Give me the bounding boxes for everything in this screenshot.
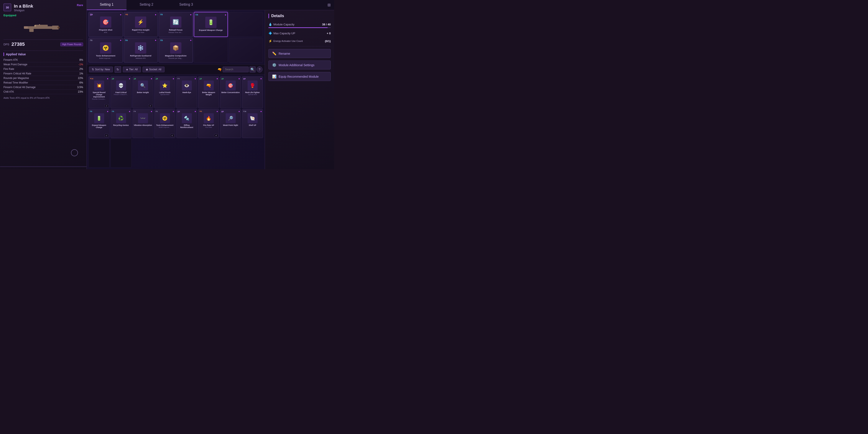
search-input[interactable] <box>223 67 249 72</box>
module-type: Reload Time Mo… <box>168 31 183 33</box>
inventory-module-card[interactable]: Γ4 ◆ 〰️ Vibration Absorption <box>132 109 153 138</box>
inv-tier: |||6 <box>243 78 246 80</box>
module-tier: ©6 <box>125 39 128 41</box>
module-top-row: ✕5 ◆ <box>125 13 156 16</box>
module-socket: ◆ <box>190 39 191 41</box>
inv-icon: 👁️ <box>182 81 192 91</box>
weapon-rarity: Rare <box>77 3 83 7</box>
inv-top-row: △6 ◆ <box>221 78 240 80</box>
equipped-module-card <box>194 38 228 63</box>
module-tier: ©5 <box>160 13 163 16</box>
inventory-module-card[interactable]: Γ6 ◆ ☣️ Toxic Enhancement Bullet Improve… <box>154 109 175 138</box>
equipped-module-card[interactable]: |||6 ◆ 🎯 Pinpoint Shot ATK <box>89 12 123 37</box>
stats-list: Firearm ATK 8% Weak Point Damage -1% Fir… <box>3 58 83 94</box>
weapon-image <box>3 19 83 36</box>
tab-setting3[interactable]: Setting 3 <box>166 0 206 10</box>
inv-socket: ◆ <box>107 78 108 80</box>
inventory-module-card[interactable]: Γ4 ◆ 👁️ Hawk-Eye <box>176 76 197 108</box>
inv-icon: 🔩 <box>182 113 192 123</box>
content-area: |||6 ◆ 🎯 Pinpoint Shot ATK ✕5 ◆ ⚡ Rapid … <box>87 10 334 169</box>
inv-type: Firearm Critical H… <box>114 94 128 95</box>
capacity-bar-fill <box>269 27 328 28</box>
tier-filter-button[interactable]: ◈ Tier: All <box>123 67 141 72</box>
stat-row: Firearm ATK 8% <box>3 58 83 62</box>
equip-recommended-button[interactable]: 📊 Equip Recommended Module <box>269 72 331 81</box>
stat-value: -1% <box>79 63 83 66</box>
equipped-module-card[interactable]: ✕5 ◆ ⚡ Rapid Fire Insight Fire Rate <box>124 12 158 37</box>
inventory-module-card[interactable]: Γ16 ◆ 🐚 Shell UP <box>242 109 263 138</box>
svg-rect-0 <box>24 26 54 29</box>
stat-name: Firearm ATK <box>3 58 18 61</box>
equipped-module-card[interactable]: ©5 ◆ 🔋 Expand Weapon Charge <box>194 12 228 37</box>
help-button[interactable]: ? <box>256 66 262 72</box>
inventory-module-card[interactable]: ✕5 ◆ 🔥 Fire Rate UP Fire Rate x5 <box>198 109 219 138</box>
inv-top-row: |||6 ◆ <box>221 111 240 113</box>
refresh-button[interactable]: ↻ <box>115 66 121 73</box>
inv-socket: ◆ <box>217 111 218 113</box>
inventory-module-card[interactable]: △6 ◆ ⭐ Lethal Finish Special Mod <box>154 76 175 108</box>
module-icon: 📦 <box>170 42 181 54</box>
equipped-module-card[interactable]: Γ6 ◆ ☣️ Toxic Enhancement Bullet Improve… <box>89 38 123 63</box>
stat-row: Fire Rate 2% <box>3 67 83 71</box>
inv-name: Special Round Charge Improvement <box>90 91 108 98</box>
inv-socket: ◆ <box>129 111 130 113</box>
inventory-section: ⇅ Sort by: New ↻ ◈ Tier: All ◉ Socket: A… <box>87 64 265 169</box>
equipped-module-card[interactable]: ©5 ◆ 📦 Magazine Compulsive Rounds per Ma… <box>159 38 193 63</box>
inv-icon: 🔫 <box>204 81 214 91</box>
equipped-module-card[interactable]: ©6 ◆ ❄️ Refrigerate Gunbarrel Attribute … <box>124 38 158 63</box>
module-top-row: ©5 ◆ <box>195 14 226 16</box>
inventory-module-card[interactable]: ©5 ◆ ♻️ Recycling Genius <box>111 109 131 138</box>
grid-view-icon[interactable]: ⊞ <box>324 0 334 10</box>
module-capacity-label: Module Capacity <box>273 23 294 26</box>
inventory-module-card[interactable]: △6 ◆ 🔍 Better Insight x4 <box>132 76 153 108</box>
inv-socket: ◆ <box>239 78 240 80</box>
inventory-module-card[interactable]: △6 ◆ 💀 Fatal Critical Firearm Critical H… <box>111 76 131 108</box>
rename-label: Rename <box>279 52 290 55</box>
inv-top-row: △6 ◆ <box>112 78 130 80</box>
rename-button[interactable]: ✏️ Rename <box>269 49 331 58</box>
stat-name: Firearm Critical Hit Rate <box>3 72 31 75</box>
tab-setting2[interactable]: Setting 2 <box>126 0 166 10</box>
tab-setting1[interactable]: Setting 1 <box>87 0 126 10</box>
equipped-module-card[interactable]: ©5 ◆ 🔄 Reload Focus Reload Time Mo… <box>159 12 193 37</box>
inv-name: Weak Point Sight <box>223 124 238 126</box>
module-type: Fire Rate <box>137 31 144 33</box>
inv-icon: 〰️ <box>138 113 148 123</box>
sort-button[interactable]: ⇅ Sort by: New <box>89 67 113 72</box>
inventory-module-card[interactable]: |||6 ◆ 🥊 Real-Life Fighter Special Mod <box>242 76 263 108</box>
ammo-badge: High Power Rounds <box>60 42 83 46</box>
inv-top-row: △6 ◆ <box>134 78 152 80</box>
module-name: Magazine Compulsive <box>165 55 186 57</box>
sort-label: Sort by: New <box>95 68 110 71</box>
energy-icon: ⚡ <box>269 39 272 43</box>
stat-value: 23% <box>78 90 83 93</box>
socket-icon: ◉ <box>146 68 148 71</box>
stat-row: Firearm Critical Hit Damage 3.5% <box>3 85 83 90</box>
module-tier: |||6 <box>90 13 93 16</box>
max-capacity-label: Max Capacity UP <box>273 32 295 35</box>
inv-name: Rifling Reinforcement <box>178 124 196 128</box>
inventory-module-card[interactable]: |||6 ◆ 🔎 Weak Point Sight <box>220 109 241 138</box>
inv-tier: △6 <box>112 78 114 80</box>
module-additional-settings-button[interactable]: ⚙️ Module Additional Settings <box>269 61 331 69</box>
details-title: Details <box>269 14 331 18</box>
inventory-module-card[interactable]: ©5 ◆ 🔋 Expand Weapon Charge x2 <box>89 109 110 138</box>
search-button[interactable]: 🔍 <box>250 66 256 72</box>
module-icon: ☣️ <box>100 42 111 54</box>
inventory-module-card[interactable]: |||6 ◆ 🔩 Rifling Reinforcement <box>176 109 197 138</box>
capacity-bar <box>269 27 331 28</box>
inventory-module-card[interactable]: △6 ◆ 🎯 Better Concentration <box>220 76 241 108</box>
svg-rect-4 <box>24 26 28 28</box>
stat-name: Rounds per Magazine <box>3 76 29 80</box>
inventory-module-card[interactable]: △4 ◆ 🔫 Better Weapon Weight <box>198 76 219 108</box>
inv-socket: ◆ <box>260 111 262 113</box>
module-top-row: |||6 ◆ <box>90 13 121 16</box>
inv-top-row: ✕5 ◆ <box>199 111 218 113</box>
module-socket: ◆ <box>155 14 156 16</box>
socket-filter-button[interactable]: ◉ Socket: All <box>143 67 164 72</box>
inv-name: Better Concentration <box>221 91 240 94</box>
inventory-module-card[interactable]: ✕16 ◆ 💥 Special Round Charge Improvement… <box>89 76 110 108</box>
stat-row: Chill ATK 23% <box>3 90 83 94</box>
module-type: ATK <box>104 31 107 33</box>
inv-tier: Γ16 <box>243 111 246 113</box>
